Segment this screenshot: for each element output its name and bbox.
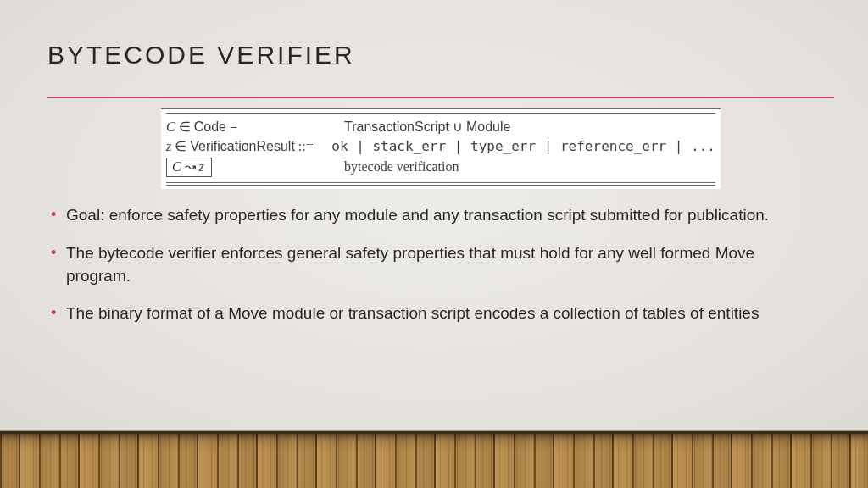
def-row-3-rhs: bytecode verification	[344, 157, 715, 176]
def-row-1-lhs: C ∈ Code =	[166, 117, 344, 136]
sym-in-1: ∈	[179, 119, 191, 134]
sym-C: C	[166, 119, 175, 134]
def-row-1-rhs: TransactionScript ∪ Module	[344, 117, 715, 136]
tx-script: TransactionScript	[344, 119, 449, 134]
set-code: Code	[194, 119, 226, 134]
slide-content: BYTECODE VERIFIER C ∈ Code = Transaction…	[47, 41, 834, 341]
defbox-bottom-rule-2	[166, 185, 715, 186]
eq-sign: =	[230, 119, 237, 134]
title-underline	[47, 97, 834, 98]
sym-C-2: C	[172, 159, 181, 174]
sym-leadsto: ↝	[185, 159, 196, 174]
def-row-3-lhs: C ↝ z	[166, 156, 344, 177]
def-row-3: C ↝ z bytecode verification	[166, 156, 715, 177]
bnf-sym: ::=	[298, 139, 314, 153]
boxed-judgment: C ↝ z	[166, 158, 212, 177]
sym-z-2: z	[199, 159, 204, 174]
sym-z: z	[166, 139, 171, 153]
def-row-2: z ∈ VerificationResult ::= ok | stack_er…	[166, 136, 715, 156]
definition-box: C ∈ Code = TransactionScript ∪ Module z …	[161, 108, 721, 189]
def-row-2-rhs: ok | stack_err | type_err | reference_er…	[331, 136, 715, 156]
defbox-top-rule	[166, 113, 715, 114]
set-verif: VerificationResult	[190, 139, 295, 153]
floor-texture	[0, 434, 868, 488]
bullet-3: The binary format of a Move module or tr…	[47, 302, 817, 325]
defbox-bottom-rule-1	[166, 182, 715, 183]
bullet-2: The bytecode verifier enforces general s…	[47, 242, 817, 287]
module: Module	[466, 119, 510, 134]
sym-union: ∪	[453, 119, 463, 134]
slide-title: BYTECODE VERIFIER	[47, 41, 834, 69]
def-row-2-lhs: z ∈ VerificationResult ::=	[166, 136, 331, 156]
bullet-list: Goal: enforce safety properties for any …	[47, 204, 834, 324]
sym-in-2: ∈	[175, 139, 186, 153]
bullet-1: Goal: enforce safety properties for any …	[47, 204, 817, 227]
def-row-1: C ∈ Code = TransactionScript ∪ Module	[166, 117, 715, 136]
